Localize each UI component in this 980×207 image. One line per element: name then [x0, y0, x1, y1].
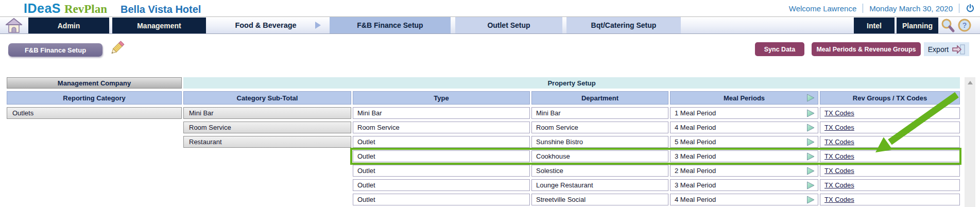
play-arrow-icon[interactable]: [806, 123, 815, 132]
empty-cell: [7, 165, 182, 177]
play-arrow-icon[interactable]: [806, 109, 815, 117]
empty-cell: [7, 122, 182, 133]
table-row: Room Service Room Service Room Service 4…: [7, 122, 960, 133]
tx-codes-link[interactable]: TX Codes: [824, 196, 854, 203]
department-cell[interactable]: Sunshine Bistro: [531, 136, 668, 148]
nav-intel-button[interactable]: Intel: [854, 18, 895, 33]
empty-cell: [183, 179, 351, 191]
rev-groups-cell: TX Codes: [820, 165, 960, 177]
rev-groups-cell: TX Codes: [820, 136, 960, 148]
rev-groups-cell: TX Codes: [820, 122, 960, 133]
type-cell[interactable]: Outlet: [353, 165, 530, 177]
col-header-type: Type: [353, 91, 530, 105]
tx-codes-link[interactable]: TX Codes: [824, 138, 854, 146]
empty-cell: [183, 194, 351, 205]
col-header-rev-groups: Rev Groups / TX Codes: [820, 91, 960, 105]
col-header-category-sub-total: Category Sub-Total: [183, 91, 351, 105]
table-row: Outlets Mini Bar Mini Bar Mini Bar 1 Mea…: [7, 107, 960, 119]
welcome-text: Welcome Lawrence: [789, 4, 856, 13]
meal-periods-revenue-groups-button[interactable]: Meal Periods & Revenue Groups: [812, 42, 921, 56]
ideas-logo: IDeaS: [24, 1, 61, 16]
top-bar: IDeaS RevPlan Bella Vista Hotel Welcome …: [0, 0, 980, 16]
department-cell[interactable]: Cookhouse: [531, 150, 668, 162]
empty-cell: [7, 194, 182, 205]
play-arrow-icon[interactable]: [806, 166, 815, 175]
help-icon[interactable]: ?: [956, 18, 973, 34]
tx-codes-link[interactable]: TX Codes: [824, 181, 854, 189]
tab-outlet-setup[interactable]: Outlet Setup: [455, 17, 562, 33]
rev-groups-cell: TX Codes: [820, 150, 960, 162]
tx-codes-link[interactable]: TX Codes: [824, 124, 854, 131]
meal-periods-cell[interactable]: 3 Meal Period: [670, 179, 818, 191]
power-icon[interactable]: [966, 4, 975, 13]
nav-planning-button[interactable]: Planning: [897, 18, 938, 33]
nav-admin-button[interactable]: Admin: [28, 18, 109, 33]
empty-cell: [7, 136, 182, 148]
type-cell[interactable]: Outlet: [353, 136, 530, 148]
divider: [959, 4, 959, 13]
tab-bqt-catering-setup[interactable]: Bqt/Catering Setup: [566, 17, 681, 33]
department-cell[interactable]: Streetville Social: [531, 194, 668, 205]
divider: [863, 4, 863, 13]
home-icon[interactable]: [5, 18, 23, 33]
department-cell[interactable]: Solestice: [531, 165, 668, 177]
breadcrumb-food-beverage[interactable]: Food & Beverage: [220, 17, 311, 33]
meal-periods-cell[interactable]: 5 Meal Period: [670, 136, 818, 148]
play-arrow-icon[interactable]: [806, 94, 815, 102]
nav-management-button[interactable]: Management: [112, 18, 206, 33]
edit-pencil-icon[interactable]: [107, 39, 126, 58]
sync-data-button[interactable]: Sync Data: [755, 42, 804, 56]
tx-codes-link[interactable]: TX Codes: [824, 109, 854, 117]
table-row: Restaurant Outlet Sunshine Bistro 5 Meal…: [7, 136, 960, 148]
table-row: Outlet Lounge Restaurant 3 Meal Period T…: [7, 179, 960, 191]
table-row: Outlet Streetville Social 4 Meal Period …: [7, 194, 960, 205]
empty-cell: [7, 179, 182, 191]
category-sub-total-cell[interactable]: Mini Bar: [183, 107, 351, 119]
col-header-reporting-category: Reporting Category: [7, 91, 182, 105]
type-cell[interactable]: Mini Bar: [353, 107, 530, 119]
management-company-header: Management Company: [7, 77, 182, 89]
export-button[interactable]: Export: [924, 42, 969, 56]
type-cell[interactable]: Outlet: [353, 179, 530, 191]
export-label: Export: [928, 45, 949, 54]
tx-codes-link[interactable]: TX Codes: [824, 152, 854, 160]
play-arrow-icon[interactable]: [806, 195, 815, 204]
play-arrow-icon[interactable]: [806, 181, 815, 189]
rev-groups-cell: TX Codes: [820, 107, 960, 119]
main-nav: Admin Management Food & Beverage F&B Fin…: [0, 16, 980, 34]
meal-periods-cell[interactable]: 4 Meal Period: [670, 122, 818, 133]
type-cell[interactable]: Outlet: [353, 150, 530, 162]
date-text: Monday March 30, 2020: [869, 4, 953, 13]
meal-periods-cell[interactable]: 2 Meal Period: [670, 165, 818, 177]
play-arrow-icon[interactable]: [806, 152, 815, 161]
fb-finance-setup-button[interactable]: F&B Finance Setup: [8, 43, 102, 57]
table-row-highlighted: Outlet Cookhouse 3 Meal Period TX Codes: [7, 150, 960, 162]
category-sub-total-cell[interactable]: Restaurant: [183, 136, 351, 148]
type-cell[interactable]: Room Service: [353, 122, 530, 133]
meal-periods-cell[interactable]: 4 Meal Period: [670, 194, 818, 205]
topbar-right: Welcome Lawrence Monday March 30, 2020: [789, 4, 975, 13]
export-arrow-icon: [952, 44, 965, 55]
table-row: Outlet Solestice 2 Meal Period TX Codes: [7, 165, 960, 177]
category-sub-total-cell[interactable]: Room Service: [183, 122, 351, 133]
department-cell[interactable]: Room Service: [531, 122, 668, 133]
department-cell[interactable]: Mini Bar: [531, 107, 668, 119]
property-setup-header: Property Setup: [183, 77, 960, 89]
brand-logo: IDeaS RevPlan Bella Vista Hotel: [24, 1, 201, 16]
empty-cell: [7, 150, 182, 162]
col-header-department: Department: [531, 91, 668, 105]
scroll-up-icon[interactable]: [968, 81, 973, 84]
department-cell[interactable]: Lounge Restaurant: [531, 179, 668, 191]
meal-periods-cell[interactable]: 1 Meal Period: [670, 107, 818, 119]
search-icon[interactable]: [939, 18, 956, 34]
revplan-logo: RevPlan: [64, 3, 107, 16]
reporting-category-cell[interactable]: Outlets: [7, 107, 182, 119]
col-header-meal-periods: Meal Periods: [670, 91, 818, 105]
vertical-scrollbar[interactable]: [965, 77, 975, 207]
meal-periods-cell[interactable]: 3 Meal Period: [670, 150, 818, 162]
tab-fb-finance-setup[interactable]: F&B Finance Setup: [330, 17, 451, 33]
fb-finance-table: Management Company Property Setup Report…: [5, 75, 961, 207]
tx-codes-link[interactable]: TX Codes: [824, 167, 854, 175]
play-arrow-icon[interactable]: [806, 137, 815, 146]
type-cell[interactable]: Outlet: [353, 194, 530, 205]
